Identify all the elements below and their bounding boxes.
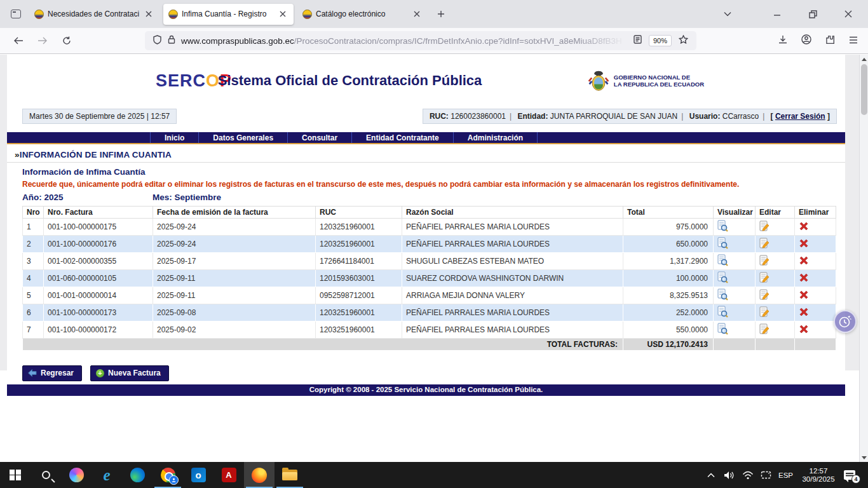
cell-razon-social: SHUGULI CABEZAS ESTEBAN MATEO bbox=[402, 253, 623, 270]
minimize-button[interactable] bbox=[768, 5, 787, 23]
visualizar-icon[interactable] bbox=[717, 271, 728, 283]
cell-razon-social: PEÑAFIEL PARRALES MARIA LOURDES bbox=[402, 219, 623, 236]
close-tab-icon[interactable] bbox=[411, 8, 423, 20]
editar-icon[interactable] bbox=[759, 306, 770, 318]
tray-chevron-icon[interactable] bbox=[705, 473, 717, 478]
column-header: Eliminar bbox=[795, 207, 836, 219]
taskbar-time: 12:57 bbox=[799, 467, 838, 475]
breadcrumb: »INFORMACIÓN DE INFIMA CUANTIA bbox=[7, 149, 845, 163]
close-tab-icon[interactable] bbox=[143, 8, 154, 20]
menu-item-inicio[interactable]: Inicio bbox=[150, 132, 198, 143]
eliminar-icon[interactable] bbox=[799, 307, 809, 317]
editar-icon[interactable] bbox=[759, 272, 770, 283]
invoice-row: 4 001-060-000000105 2025-09-11 120159360… bbox=[23, 270, 836, 287]
scroll-up-arrow[interactable] bbox=[860, 55, 868, 64]
chrome-icon bbox=[161, 468, 175, 482]
editar-icon[interactable] bbox=[759, 238, 770, 249]
taskbar-date: 30/9/2025 bbox=[799, 475, 838, 484]
browser-viewport: SERCOP Sistema Oficial de Contratación P… bbox=[0, 55, 868, 462]
start-button[interactable] bbox=[0, 462, 31, 488]
firefox-view-button[interactable] bbox=[6, 5, 25, 23]
editar-icon[interactable] bbox=[759, 323, 770, 335]
chrome-button[interactable] bbox=[153, 462, 183, 488]
new-tab-button[interactable] bbox=[433, 6, 449, 22]
menu-item-administracion[interactable]: Administración bbox=[453, 132, 538, 143]
internet-explorer-button[interactable]: e bbox=[92, 462, 122, 488]
tab-list-chevron-button[interactable] bbox=[718, 5, 737, 23]
cell-fecha-emision: 2025-09-11 bbox=[153, 270, 316, 287]
regresar-button[interactable]: Regresar bbox=[22, 365, 82, 381]
forward-button[interactable] bbox=[33, 32, 52, 50]
url-text[interactable]: www.compraspublicas.gob.ec/ProcesoContra… bbox=[181, 36, 630, 46]
cell-nro-factura: 001-100-000000173 bbox=[44, 304, 153, 322]
visualizar-icon[interactable] bbox=[717, 323, 728, 335]
section-title: Información de Infima Cuantía bbox=[22, 167, 836, 177]
windows-taskbar: e o A ESP 12:57 30/9/2025 bbox=[0, 462, 868, 488]
scrollbar-thumb[interactable] bbox=[861, 64, 867, 115]
editar-icon[interactable] bbox=[759, 220, 770, 232]
scroll-down-arrow[interactable] bbox=[860, 453, 868, 462]
download-icon[interactable] bbox=[778, 35, 787, 46]
menu-item-entidad-contratante[interactable]: Entidad Contratante bbox=[351, 132, 453, 143]
visualizar-icon[interactable] bbox=[717, 220, 728, 232]
display-icon[interactable] bbox=[760, 471, 773, 479]
cell-razon-social: PEÑAFIEL PARRALES MARIA LOURDES bbox=[402, 322, 623, 339]
system-tray: ESP 12:57 30/9/2025 4 bbox=[705, 462, 868, 488]
sercop-page: SERCOP Sistema Oficial de Contratación P… bbox=[7, 55, 845, 396]
invoice-row: 7 001-100-000000172 2025-09-02 120325196… bbox=[23, 322, 836, 339]
taskbar-search-button[interactable] bbox=[31, 462, 61, 488]
warning-message: Recuerde que, únicamente podrá editar o … bbox=[22, 180, 836, 189]
edge-button[interactable] bbox=[122, 462, 153, 488]
outlook-button[interactable]: o bbox=[183, 462, 214, 488]
back-button[interactable] bbox=[9, 32, 28, 50]
acrobat-button[interactable]: A bbox=[214, 462, 244, 488]
menu-icon[interactable] bbox=[849, 35, 858, 46]
editar-icon[interactable] bbox=[759, 289, 770, 301]
menu-item-consultar[interactable]: Consultar bbox=[287, 132, 351, 143]
close-tab-icon[interactable] bbox=[277, 8, 288, 20]
usuario-value: CCarrasco bbox=[722, 112, 759, 121]
ecuador-favicon bbox=[34, 10, 44, 19]
wifi-icon[interactable] bbox=[742, 471, 754, 480]
firefox-view-icon bbox=[11, 10, 21, 18]
logout-link[interactable]: Cerrar Sesión bbox=[775, 112, 825, 121]
visualizar-icon[interactable] bbox=[717, 306, 728, 318]
page-scrollbar[interactable] bbox=[859, 55, 868, 462]
editar-icon[interactable] bbox=[759, 255, 770, 266]
visualizar-icon[interactable] bbox=[717, 288, 728, 301]
notification-center-button[interactable]: 4 bbox=[844, 468, 860, 482]
eliminar-icon[interactable] bbox=[799, 290, 809, 300]
bookmark-star-icon[interactable] bbox=[679, 35, 688, 46]
extensions-icon[interactable] bbox=[825, 35, 835, 47]
cell-nro: 5 bbox=[23, 287, 44, 304]
account-icon[interactable] bbox=[801, 34, 811, 47]
column-header: Total bbox=[623, 207, 714, 219]
firefox-button[interactable] bbox=[244, 462, 275, 488]
eliminar-icon[interactable] bbox=[799, 238, 809, 248]
url-bar[interactable]: www.compraspublicas.gob.ec/ProcesoContra… bbox=[145, 31, 696, 50]
taskbar-clock[interactable]: 12:57 30/9/2025 bbox=[799, 467, 838, 484]
eliminar-icon[interactable] bbox=[799, 273, 809, 283]
tab-necesidades[interactable]: Necesidades de Contratación y bbox=[29, 4, 159, 25]
zoom-level-badge[interactable]: 90% bbox=[649, 35, 672, 46]
tab-catalogo[interactable]: Catálogo electrónico bbox=[297, 4, 428, 25]
menu-item-datos-generales[interactable]: Datos Generales bbox=[198, 132, 287, 143]
visualizar-icon[interactable] bbox=[717, 237, 728, 249]
speaker-icon[interactable] bbox=[723, 471, 736, 480]
shield-icon[interactable] bbox=[153, 35, 161, 47]
time-tracker-widget[interactable] bbox=[834, 310, 857, 333]
copilot-button[interactable] bbox=[61, 462, 92, 488]
reload-button[interactable] bbox=[57, 32, 76, 50]
restore-button[interactable] bbox=[803, 5, 822, 23]
reader-mode-icon[interactable] bbox=[634, 35, 642, 46]
lock-icon[interactable] bbox=[168, 35, 175, 46]
eliminar-icon[interactable] bbox=[799, 255, 809, 266]
eliminar-icon[interactable] bbox=[799, 221, 809, 231]
visualizar-icon[interactable] bbox=[717, 254, 728, 266]
nueva-factura-button[interactable]: + Nueva Factura bbox=[90, 365, 169, 381]
eliminar-icon[interactable] bbox=[799, 324, 809, 334]
language-indicator[interactable]: ESP bbox=[778, 471, 793, 479]
close-window-button[interactable] bbox=[839, 5, 858, 23]
file-explorer-button[interactable] bbox=[275, 462, 305, 488]
tab-infima-cuantia[interactable]: Infima Cuantía - Registro bbox=[163, 4, 294, 25]
